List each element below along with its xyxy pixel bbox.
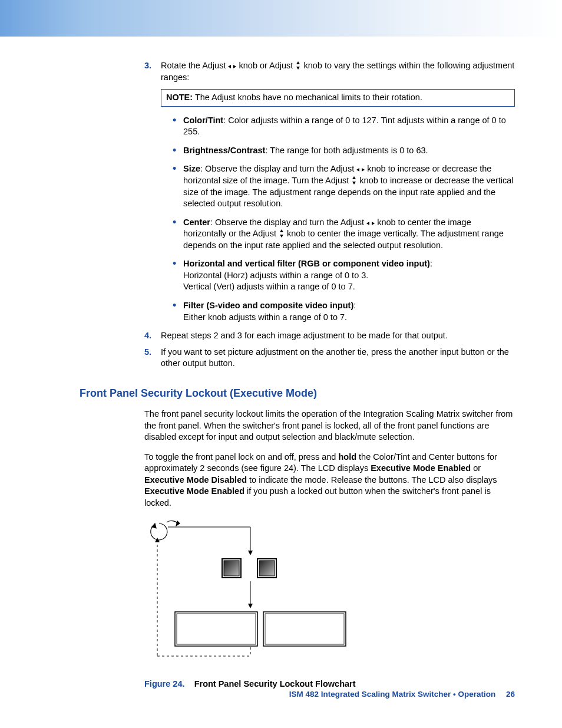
bullet-filter-label: Filter (S-video and composite video inpu… (183, 301, 353, 310)
step-3: 3. Rotate the Adjust knob or Adjust knob… (144, 60, 515, 323)
page-footer: ISM 482 Integrated Scaling Matrix Switch… (289, 689, 515, 700)
step-3-text-b: knob or Adjust (236, 61, 295, 70)
svg-marker-11 (280, 235, 283, 238)
bullet-bright-label: Brightness/Contrast (183, 146, 265, 155)
vert-adjust-icon (295, 61, 301, 70)
step-4-number: 4. (144, 330, 151, 342)
section-heading-lockout: Front Panel Security Lockout (Executive … (80, 386, 515, 400)
bullet-center-label: Center (183, 218, 210, 227)
step-4-text: Repeat steps 2 and 3 for each image adju… (161, 331, 448, 340)
figure-caption-text: Front Panel Security Lockout Flowchart (194, 679, 356, 689)
bullet-size-t1: : Observe the display and turn the Adjus… (200, 164, 356, 173)
bullet-center: Center: Observe the display and turn the… (173, 217, 515, 252)
svg-rect-28 (265, 614, 344, 644)
svg-marker-2 (296, 61, 300, 64)
horiz-adjust-icon (228, 64, 236, 70)
flowchart-diagram (144, 518, 515, 668)
page-content: 3. Rotate the Adjust knob or Adjust knob… (0, 37, 562, 714)
svg-marker-0 (228, 65, 231, 68)
footer-page-number: 26 (506, 690, 515, 699)
svg-marker-24 (248, 604, 253, 608)
bullet-hvfilter-line2: Vertical (Vert) adjusts within a range o… (183, 282, 355, 291)
bullet-size: Size: Observe the display and turn the A… (173, 163, 515, 209)
svg-rect-27 (263, 612, 346, 646)
bullet-color-label: Color/Tint (183, 116, 223, 125)
vert-adjust-icon (279, 229, 285, 238)
note-text: The Adjust knobs have no mechanical limi… (193, 93, 422, 102)
step-5: 5. If you want to set picture adjustment… (144, 347, 515, 370)
svg-rect-25 (175, 612, 257, 646)
note-box: NOTE: The Adjust knobs have no mechanica… (161, 89, 515, 107)
bullet-brightness: Brightness/Contrast: The range for both … (173, 145, 515, 157)
bullet-size-label: Size (183, 164, 200, 173)
bullet-center-t1: : Observe the display and turn the Adjus… (210, 218, 366, 227)
figure-label: Figure 24. (144, 679, 185, 689)
step-5-number: 5. (144, 347, 151, 358)
page-top-banner (0, 0, 562, 37)
bullet-hvfilter-label: Horizontal and vertical filter (RGB or c… (183, 259, 430, 268)
footer-doc-title: ISM 482 Integrated Scaling Matrix Switch… (289, 690, 496, 699)
svg-marker-13 (176, 521, 180, 526)
vert-adjust-icon (351, 176, 357, 185)
step-5-text: If you want to set picture adjustment on… (161, 347, 509, 368)
svg-rect-22 (259, 561, 275, 576)
svg-rect-26 (177, 614, 256, 644)
svg-marker-4 (356, 168, 359, 172)
step-3-text-a: Rotate the Adjust (161, 61, 228, 70)
svg-marker-6 (352, 176, 356, 179)
bullet-filter-line1: Either knob adjusts within a range of 0 … (183, 312, 347, 322)
lockout-para-1: The front panel security lockout limits … (144, 409, 515, 443)
bullet-color-tint: Color/Tint: Color adjusts within a range… (173, 115, 515, 138)
svg-marker-10 (280, 229, 283, 232)
svg-marker-8 (366, 222, 369, 225)
bullet-hvfilter-line1: Horizontal (Horz) adjusts within a range… (183, 271, 368, 280)
step-3-number: 3. (144, 60, 151, 72)
svg-rect-20 (224, 561, 239, 576)
note-label: NOTE: (166, 93, 193, 102)
horiz-adjust-icon (366, 220, 375, 226)
svg-marker-18 (248, 551, 253, 555)
svg-marker-3 (296, 67, 300, 70)
bullet-color-text: : Color adjusts within a range of 0 to 1… (183, 116, 506, 137)
svg-marker-12 (152, 523, 156, 528)
lockout-para-2: To toggle the front panel lock on and of… (144, 452, 515, 509)
bullet-bright-text: : The range for both adjustments is 0 to… (265, 146, 428, 155)
bullet-filter: Filter (S-video and composite video inpu… (173, 300, 515, 323)
svg-marker-7 (352, 182, 356, 185)
bullet-hv-filter: Horizontal and vertical filter (RGB or c… (173, 258, 515, 293)
step-4: 4. Repeat steps 2 and 3 for each image a… (144, 330, 515, 342)
horiz-adjust-icon (356, 167, 365, 173)
